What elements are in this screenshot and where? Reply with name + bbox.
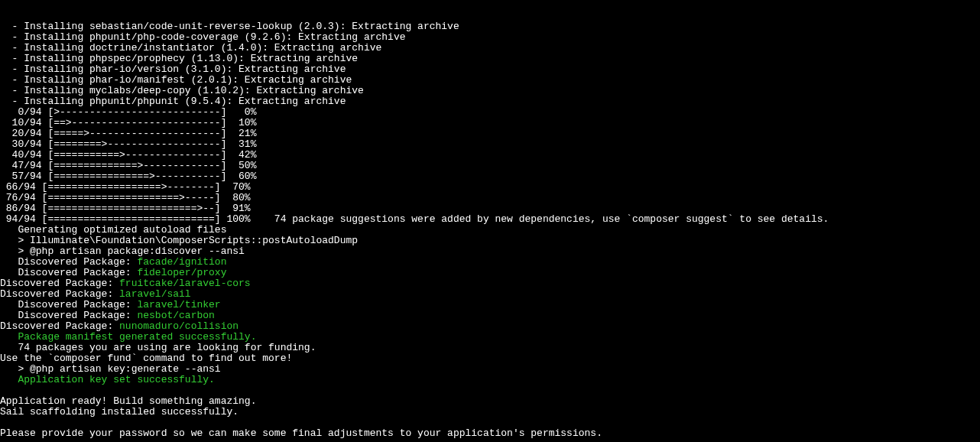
autoload-line: Generating optimized autoload files [0,224,226,236]
install-line: - Installing phar-io/manifest (2.0.1): E… [0,74,352,86]
funding-line: 74 packages you are using are looking fo… [0,342,316,353]
package-name: nunomaduro/collision [119,320,239,332]
sail-line: Sail scaffolding installed successfully. [0,406,239,418]
discovered-line: Discovered Package: nesbot/carbon [0,310,215,321]
discovered-line: Discovered Package: laravel/tinker [0,299,221,310]
discovered-line: Discovered Package: facade/ignition [0,256,226,268]
terminal-output: { "installing": [ " - Installing sebasti… [0,21,980,442]
package-name: fideloper/proxy [137,267,226,278]
discovered-line: Discovered Package: fruitcake/laravel-co… [0,278,251,289]
progress-line: 0/94 [>---------------------------] 0% [0,106,256,118]
progress-line: 10/94 [==>-------------------------] 10% [0,117,256,128]
package-name: laravel/sail [119,288,191,300]
package-name: facade/ignition [137,256,226,268]
package-name: nesbot/carbon [137,310,214,321]
progress-line: 20/94 [=====>----------------------] 21% [0,128,256,139]
progress-line: 47/94 [==============>-------------] 50% [0,160,256,171]
install-line: - Installing phpunit/phpunit (9.5.4): Ex… [0,96,346,107]
progress-line: 57/94 [================>-----------] 60% [0,171,256,182]
discovered-line: Discovered Package: nunomaduro/collision [0,320,239,332]
package-name: laravel/tinker [137,299,220,310]
progress-line: 86/94 [=========================>--] 91% [0,203,251,214]
keymsg-line: Application key set successfully. [0,374,215,385]
progress-line: 40/94 [===========>----------------] 42% [0,149,256,161]
script-line: > Illuminate\Foundation\ComposerScripts:… [0,235,358,246]
progress-line: 30/94 [========>-------------------] 31% [0,138,256,150]
package-name: fruitcake/laravel-cors [119,278,251,289]
discovered-line: Discovered Package: laravel/sail [0,288,191,300]
progress-line: 76/94 [======================>-----] 80% [0,192,251,203]
install-line: - Installing doctrine/instantiator (1.4.… [0,42,381,54]
install-line: - Installing phar-io/version (3.1.0): Ex… [0,63,346,75]
progress-line: 94/94 [============================] 100… [0,213,829,225]
progress-line: 66/94 [===================>--------] 70% [0,181,251,193]
manifest-line: Package manifest generated successfully. [0,331,256,343]
install-line: - Installing phpspec/prophecy (1.13.0): … [0,53,358,64]
password-prompt-line: Please provide your password so we can m… [0,427,602,439]
app-ready-line: Application ready! Build something amazi… [0,395,256,407]
funding-line: Use the `composer fund` command to find … [0,353,292,364]
install-line: - Installing phpunit/php-code-coverage (… [0,31,406,43]
install-line: - Installing sebastian/code-unit-reverse… [0,21,459,32]
discovered-line: Discovered Package: fideloper/proxy [0,267,226,278]
install-line: - Installing myclabs/deep-copy (1.10.2):… [0,85,364,96]
keygen-line: > @php artisan key:generate --ansi [0,363,221,375]
artisan-line: > @php artisan package:discover --ansi [0,245,245,257]
